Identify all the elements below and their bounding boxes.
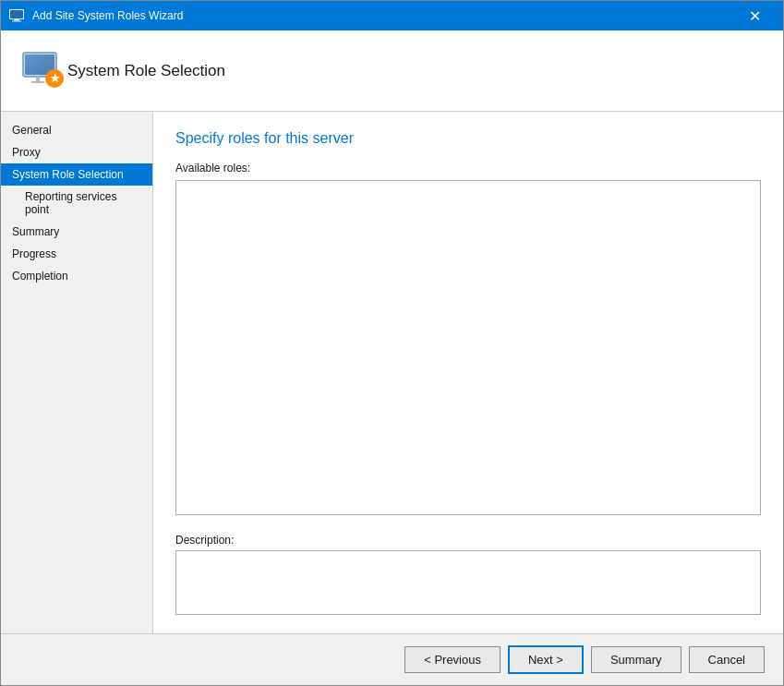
sidebar-item-general[interactable]: General	[1, 119, 152, 141]
description-box	[175, 550, 761, 615]
footer: < Previous Next > Summary Cancel	[1, 633, 783, 685]
svg-text:★: ★	[50, 72, 60, 85]
title-bar-icon	[8, 7, 25, 24]
wizard-window: Add Site System Roles Wizard ✕ ★ System …	[0, 0, 784, 686]
roles-list[interactable]	[175, 180, 761, 515]
sidebar-item-summary[interactable]: Summary	[1, 221, 152, 243]
close-button[interactable]: ✕	[733, 1, 776, 30]
sidebar: GeneralProxySystem Role SelectionReporti…	[1, 112, 153, 633]
header-title: System Role Selection	[67, 62, 225, 80]
svg-rect-1	[10, 10, 23, 18]
page-title: Specify roles for this server	[175, 130, 761, 147]
previous-button[interactable]: < Previous	[404, 646, 501, 673]
sidebar-item-reporting-services-point[interactable]: Reporting services point	[1, 186, 152, 221]
content-area: GeneralProxySystem Role SelectionReporti…	[1, 112, 783, 633]
sidebar-item-system-role-selection[interactable]: System Role Selection	[1, 163, 152, 186]
description-section: Description:	[175, 534, 761, 615]
svg-rect-8	[31, 81, 44, 83]
sidebar-item-completion[interactable]: Completion	[1, 265, 152, 287]
title-bar: Add Site System Roles Wizard ✕	[1, 1, 783, 30]
header-area: ★ System Role Selection	[1, 30, 783, 112]
svg-rect-3	[12, 21, 21, 22]
sidebar-item-progress[interactable]: Progress	[1, 243, 152, 265]
description-label: Description:	[175, 534, 761, 547]
sidebar-item-proxy[interactable]: Proxy	[1, 141, 152, 163]
wizard-header-icon: ★	[19, 47, 67, 95]
summary-button[interactable]: Summary	[591, 646, 681, 673]
svg-rect-2	[14, 19, 19, 21]
title-bar-text: Add Site System Roles Wizard	[32, 9, 733, 22]
next-button[interactable]: Next >	[508, 645, 584, 674]
available-roles-label: Available roles:	[175, 162, 761, 175]
main-content: Specify roles for this server Available …	[153, 112, 783, 633]
cancel-button[interactable]: Cancel	[689, 646, 765, 673]
